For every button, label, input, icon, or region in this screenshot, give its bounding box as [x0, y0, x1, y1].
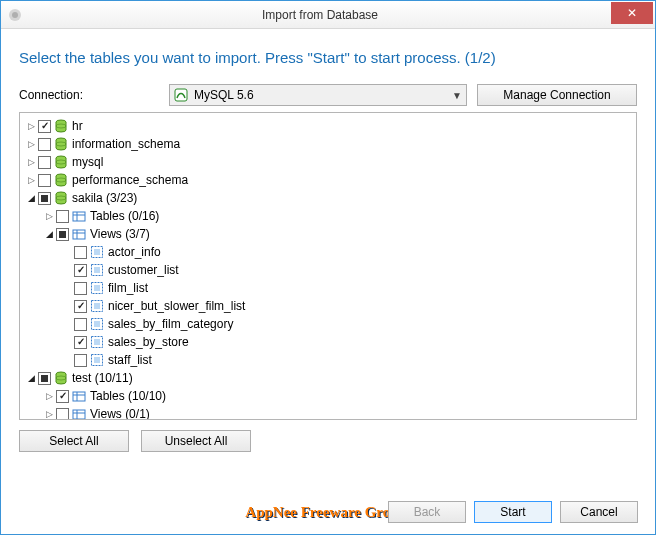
checkbox[interactable]: [56, 390, 69, 403]
expander-closed-icon[interactable]: ▷: [24, 119, 38, 133]
expander-none: [60, 335, 74, 349]
view-icon: [90, 299, 104, 313]
tree-node[interactable]: sales_by_film_category: [22, 315, 634, 333]
table-tree[interactable]: ▷hr▷information_schema▷mysql▷performance…: [19, 112, 637, 420]
connection-dropdown[interactable]: MySQL 5.6 ▼: [169, 84, 467, 106]
tree-node[interactable]: sales_by_store: [22, 333, 634, 351]
checkbox[interactable]: [74, 300, 87, 313]
svg-rect-22: [94, 267, 100, 273]
expander-open-icon[interactable]: ◢: [24, 371, 38, 385]
tree-node[interactable]: ◢test (10/11): [22, 369, 634, 387]
connection-selected: MySQL 5.6: [194, 88, 452, 102]
start-label: Start: [500, 505, 525, 519]
node-label: customer_list: [108, 263, 179, 277]
expander-closed-icon[interactable]: ▷: [24, 173, 38, 187]
table-group-icon: [72, 407, 86, 420]
manage-connection-label: Manage Connection: [503, 88, 610, 102]
node-label: sales_by_film_category: [108, 317, 233, 331]
checkbox[interactable]: [74, 318, 87, 331]
expander-none: [60, 263, 74, 277]
select-all-button[interactable]: Select All: [19, 430, 129, 452]
view-icon: [90, 281, 104, 295]
expander-none: [60, 317, 74, 331]
node-label: test (10/11): [72, 371, 133, 385]
close-icon: ✕: [627, 6, 637, 20]
database-icon: [54, 173, 68, 187]
tree-node[interactable]: ▷Views (0/1): [22, 405, 634, 420]
tree-node[interactable]: ▷hr: [22, 117, 634, 135]
svg-rect-32: [94, 357, 100, 363]
database-icon: [54, 191, 68, 205]
cancel-label: Cancel: [580, 505, 617, 519]
tree-node[interactable]: ▷Tables (10/10): [22, 387, 634, 405]
tree-node[interactable]: film_list: [22, 279, 634, 297]
svg-rect-38: [73, 410, 85, 419]
checkbox[interactable]: [74, 282, 87, 295]
expander-closed-icon[interactable]: ▷: [42, 389, 56, 403]
unselect-all-button[interactable]: Unselect All: [141, 430, 251, 452]
expander-closed-icon[interactable]: ▷: [24, 137, 38, 151]
checkbox[interactable]: [38, 156, 51, 169]
view-icon: [90, 335, 104, 349]
checkbox[interactable]: [74, 264, 87, 277]
svg-rect-28: [94, 321, 100, 327]
expander-closed-icon[interactable]: ▷: [24, 155, 38, 169]
view-icon: [90, 353, 104, 367]
start-button[interactable]: Start: [474, 501, 552, 523]
checkbox[interactable]: [38, 372, 51, 385]
tree-node[interactable]: nicer_but_slower_film_list: [22, 297, 634, 315]
svg-rect-20: [94, 249, 100, 255]
manage-connection-button[interactable]: Manage Connection: [477, 84, 637, 106]
footer: Back Start Cancel: [0, 493, 656, 535]
database-icon: [54, 155, 68, 169]
node-label: Views (0/1): [90, 407, 150, 420]
tree-node[interactable]: ◢Views (3/7): [22, 225, 634, 243]
node-label: nicer_but_slower_film_list: [108, 299, 245, 313]
expander-closed-icon[interactable]: ▷: [42, 209, 56, 223]
checkbox[interactable]: [56, 210, 69, 223]
tree-node[interactable]: ▷Tables (0/16): [22, 207, 634, 225]
expander-open-icon[interactable]: ◢: [24, 191, 38, 205]
node-label: hr: [72, 119, 83, 133]
chevron-down-icon: ▼: [452, 90, 462, 101]
unselect-all-label: Unselect All: [165, 434, 228, 448]
checkbox[interactable]: [56, 408, 69, 421]
back-button: Back: [388, 501, 466, 523]
checkbox[interactable]: [38, 120, 51, 133]
tree-node[interactable]: customer_list: [22, 261, 634, 279]
tree-node[interactable]: ◢sakila (3/23): [22, 189, 634, 207]
cancel-button[interactable]: Cancel: [560, 501, 638, 523]
checkbox[interactable]: [38, 192, 51, 205]
checkbox[interactable]: [56, 228, 69, 241]
view-icon: [90, 245, 104, 259]
connection-row: Connection: MySQL 5.6 ▼ Manage Connectio…: [19, 84, 637, 106]
checkbox[interactable]: [74, 354, 87, 367]
database-icon: [54, 371, 68, 385]
tree-node[interactable]: actor_info: [22, 243, 634, 261]
node-label: Tables (0/16): [90, 209, 159, 223]
table-group-icon: [72, 209, 86, 223]
tree-node[interactable]: ▷information_schema: [22, 135, 634, 153]
expander-none: [60, 299, 74, 313]
checkbox[interactable]: [38, 138, 51, 151]
tree-node[interactable]: staff_list: [22, 351, 634, 369]
checkbox[interactable]: [38, 174, 51, 187]
title-bar: Import from Database ✕: [1, 1, 655, 29]
expander-none: [60, 245, 74, 259]
expander-closed-icon[interactable]: ▷: [42, 407, 56, 420]
svg-rect-26: [94, 303, 100, 309]
svg-rect-2: [175, 89, 187, 101]
app-icon: [7, 7, 23, 23]
expander-none: [60, 353, 74, 367]
checkbox[interactable]: [74, 246, 87, 259]
mysql-icon: [174, 88, 188, 102]
expander-open-icon[interactable]: ◢: [42, 227, 56, 241]
database-icon: [54, 137, 68, 151]
tree-node[interactable]: ▷mysql: [22, 153, 634, 171]
tree-node[interactable]: ▷performance_schema: [22, 171, 634, 189]
close-button[interactable]: ✕: [611, 2, 653, 24]
view-icon: [90, 263, 104, 277]
svg-rect-35: [73, 392, 85, 401]
checkbox[interactable]: [74, 336, 87, 349]
svg-rect-30: [94, 339, 100, 345]
